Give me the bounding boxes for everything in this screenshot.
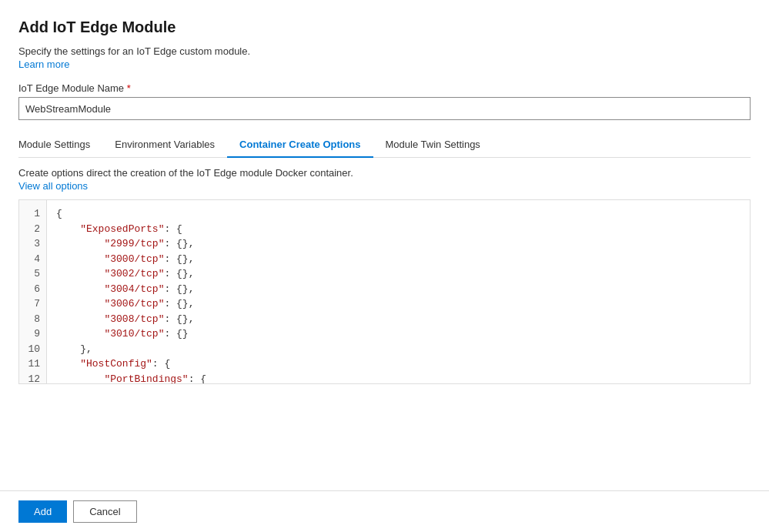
- footer: Add Cancel: [0, 490, 769, 532]
- tab-bar: Module Settings Environment Variables Co…: [18, 132, 751, 158]
- line-number: 6: [34, 282, 40, 297]
- cancel-button[interactable]: Cancel: [73, 500, 136, 523]
- code-line: "HostConfig": {: [56, 356, 741, 372]
- view-all-options-link[interactable]: View all options: [18, 180, 751, 192]
- tab-module-twin-settings[interactable]: Module Twin Settings: [373, 132, 493, 158]
- line-number: 7: [34, 296, 40, 312]
- code-line: "PortBindings": {: [56, 372, 741, 384]
- line-number: 2: [34, 222, 40, 237]
- code-line: "3004/tcp": {},: [56, 282, 741, 297]
- code-line: "3000/tcp": {},: [56, 252, 741, 267]
- code-line: "ExposedPorts": {: [56, 222, 741, 237]
- module-name-label: IoT Edge Module Name *: [18, 82, 751, 94]
- tab-container-create-options[interactable]: Container Create Options: [227, 132, 373, 158]
- module-name-input[interactable]: [18, 97, 751, 120]
- code-line: "3010/tcp": {}: [56, 326, 741, 342]
- add-button[interactable]: Add: [18, 500, 67, 523]
- tab-content-container: Create options direct the creation of th…: [18, 158, 751, 490]
- line-number: 5: [34, 266, 40, 282]
- code-content[interactable]: { "ExposedPorts": { "2999/tcp": {}, "300…: [47, 200, 750, 383]
- code-line: "3002/tcp": {},: [56, 266, 741, 282]
- line-number: 11: [28, 356, 40, 372]
- tab-environment-variables[interactable]: Environment Variables: [102, 132, 227, 158]
- line-number: 9: [34, 326, 40, 342]
- required-indicator: *: [124, 82, 131, 94]
- line-number: 8: [34, 312, 40, 327]
- line-number: 4: [34, 252, 40, 267]
- line-number: 3: [34, 236, 40, 252]
- subtitle-text: Specify the settings for an IoT Edge cus…: [18, 45, 751, 57]
- code-editor[interactable]: 12345678910111213141516 { "ExposedPorts"…: [18, 199, 751, 384]
- code-line: "2999/tcp": {},: [56, 236, 741, 252]
- tab-module-settings[interactable]: Module Settings: [18, 132, 102, 158]
- code-line: "3006/tcp": {},: [56, 296, 741, 312]
- tab-description: Create options direct the creation of th…: [18, 167, 751, 179]
- line-numbers: 12345678910111213141516: [19, 200, 47, 383]
- line-number: 10: [28, 342, 40, 357]
- line-number: 12: [28, 372, 40, 385]
- code-line: {: [56, 206, 741, 222]
- page-title: Add IoT Edge Module: [18, 18, 751, 36]
- code-line: "3008/tcp": {},: [56, 312, 741, 327]
- code-line: },: [56, 342, 741, 357]
- line-number: 1: [34, 206, 40, 222]
- learn-more-link[interactable]: Learn more: [18, 59, 751, 70]
